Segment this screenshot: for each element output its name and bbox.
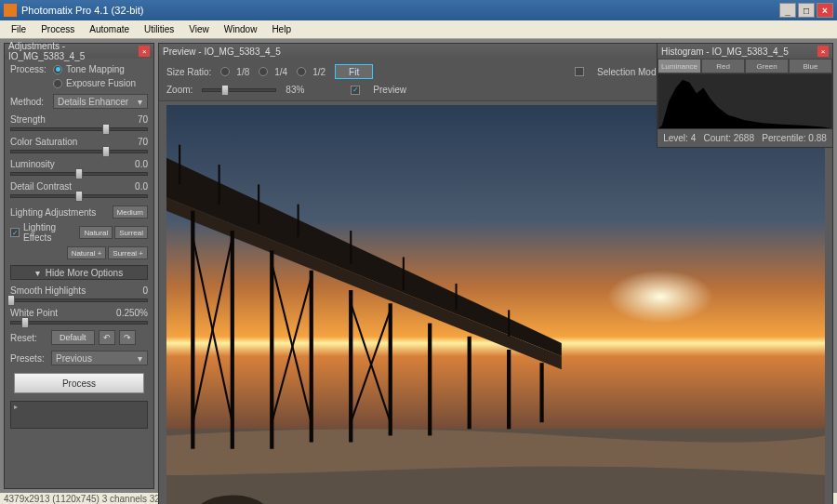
histogram-stats: Level: 4 Count: 2688 Percentile: 0.88 xyxy=(658,129,832,147)
method-label: Method: xyxy=(10,97,53,107)
histogram-panel: Histogram - IO_MG_5383_4_5 × Luminance R… xyxy=(657,43,833,148)
menu-process[interactable]: Process xyxy=(33,22,82,36)
app-icon xyxy=(4,4,17,17)
method-value: Details Enhancer xyxy=(58,97,128,107)
preview-title: Preview - IO_MG_5383_4_5 xyxy=(163,46,281,57)
white-point-slider[interactable] xyxy=(10,321,148,325)
fit-button[interactable]: Fit xyxy=(335,64,373,79)
smooth-highlights-slider[interactable] xyxy=(10,298,148,302)
app-title: Photomatix Pro 4.1 (32-bit) xyxy=(21,5,777,16)
close-button[interactable]: × xyxy=(817,3,833,18)
detail-contrast-value: 0.0 xyxy=(135,181,148,192)
adjustments-close-icon[interactable]: × xyxy=(139,46,150,57)
selection-mode-label: Selection Mode xyxy=(597,67,661,77)
histo-tab-red[interactable]: Red xyxy=(701,59,745,73)
histogram-plot xyxy=(658,73,832,129)
size-ratio-label: Size Ratio: xyxy=(166,67,211,77)
histo-tab-green[interactable]: Green xyxy=(745,59,789,73)
menu-view[interactable]: View xyxy=(181,22,217,36)
radio-tone-mapping[interactable] xyxy=(53,65,62,74)
preview-image[interactable] xyxy=(166,105,825,504)
strength-value: 70 xyxy=(138,114,148,125)
lighting-medium-button[interactable]: Medium xyxy=(113,206,148,219)
preview-checkbox[interactable] xyxy=(351,86,360,95)
radio-exposure-fusion[interactable] xyxy=(53,79,62,88)
reset-default-button[interactable]: Default xyxy=(51,330,95,345)
histogram-header: Histogram - IO_MG_5383_4_5 × xyxy=(658,44,832,59)
luminosity-value: 0.0 xyxy=(135,159,148,169)
histogram-title: Histogram - IO_MG_5383_4_5 xyxy=(661,46,789,57)
caret-right-icon[interactable]: ▸ xyxy=(14,403,18,411)
lighting-adjustments-label: Lighting Adjustments xyxy=(10,207,96,218)
zoom-label: Zoom: xyxy=(166,85,193,95)
histogram-close-icon[interactable]: × xyxy=(817,46,829,57)
chevron-down-icon: ▾ xyxy=(136,97,143,107)
lighting-effects-checkbox[interactable] xyxy=(10,228,20,237)
histo-tab-luminance[interactable]: Luminance xyxy=(658,59,701,73)
menu-window[interactable]: Window xyxy=(217,22,265,36)
natural-button[interactable]: Natural xyxy=(79,226,113,239)
maximize-button[interactable]: □ xyxy=(798,3,815,18)
lighting-effects-label: Lighting Effects xyxy=(23,222,79,243)
menu-help[interactable]: Help xyxy=(264,22,299,36)
title-bar: Photomatix Pro 4.1 (32-bit) _ □ × xyxy=(0,0,837,20)
ratio-1-2[interactable]: 1/2 xyxy=(297,67,326,77)
reset-label: Reset: xyxy=(10,333,47,343)
strength-slider[interactable] xyxy=(10,127,148,131)
histo-percentile: 0.88 xyxy=(808,133,826,143)
redo-button[interactable]: ↷ xyxy=(119,330,136,345)
surreal-button[interactable]: Surreal xyxy=(114,226,148,239)
adjustments-panel: Adjustments - IO_MG_5383_4_5 × Process: … xyxy=(4,43,154,489)
white-point-label: White Point xyxy=(10,308,58,318)
process-button[interactable]: Process xyxy=(14,373,144,393)
ratio-1-4[interactable]: 1/4 xyxy=(259,67,287,77)
workspace: Adjustments - IO_MG_5383_4_5 × Process: … xyxy=(0,39,837,493)
chevron-down-icon: ▾ xyxy=(136,353,143,364)
zoom-value: 83% xyxy=(286,85,304,95)
color-saturation-slider[interactable] xyxy=(10,150,148,153)
white-point-value: 0.250% xyxy=(116,308,148,318)
smooth-highlights-label: Smooth Highlights xyxy=(10,285,86,296)
process-label: Process: xyxy=(10,64,53,74)
minimize-button[interactable]: _ xyxy=(779,3,796,18)
menu-bar: File Process Automate Utilities View Win… xyxy=(0,20,837,39)
presets-value: Previous xyxy=(56,353,92,364)
menu-file[interactable]: File xyxy=(4,22,33,36)
exposure-fusion-label: Exposure Fusion xyxy=(66,78,136,88)
zoom-slider[interactable] xyxy=(202,88,276,92)
presets-label: Presets: xyxy=(10,353,47,364)
undo-button[interactable]: ↶ xyxy=(99,330,115,345)
strength-label: Strength xyxy=(10,114,46,125)
menu-automate[interactable]: Automate xyxy=(82,22,137,36)
selection-mode-checkbox[interactable] xyxy=(575,67,584,76)
surreal-plus-button[interactable]: Surreal + xyxy=(108,246,148,259)
ratio-1-8[interactable]: 1/8 xyxy=(220,67,249,77)
presets-select[interactable]: Previous ▾ xyxy=(51,351,148,365)
color-saturation-value: 70 xyxy=(138,137,148,147)
hide-more-options-button[interactable]: ▾ Hide More Options xyxy=(10,265,148,280)
color-saturation-label: Color Saturation xyxy=(10,137,77,147)
smooth-highlights-value: 0 xyxy=(142,285,148,296)
natural-plus-button[interactable]: Natural + xyxy=(67,246,107,259)
detail-contrast-label: Detail Contrast xyxy=(10,181,72,192)
menu-utilities[interactable]: Utilities xyxy=(137,22,181,36)
histo-count: 2688 xyxy=(734,133,754,143)
detail-contrast-slider[interactable] xyxy=(10,194,148,198)
tone-mapping-label: Tone Mapping xyxy=(66,64,125,74)
adjustments-header: Adjustments - IO_MG_5383_4_5 × xyxy=(5,44,153,59)
luminosity-slider[interactable] xyxy=(10,172,148,176)
status-text: 4379x2913 (1120x745) 3 channels 32 bits xyxy=(4,494,177,504)
histo-tab-blue[interactable]: Blue xyxy=(789,59,832,73)
preview-chk-label: Preview xyxy=(373,85,406,95)
histo-level: 4 xyxy=(691,133,697,143)
luminosity-label: Luminosity xyxy=(10,159,55,169)
method-select[interactable]: Details Enhancer ▾ xyxy=(53,94,148,109)
svg-rect-1 xyxy=(166,105,825,435)
caret-down-icon: ▾ xyxy=(35,268,40,278)
